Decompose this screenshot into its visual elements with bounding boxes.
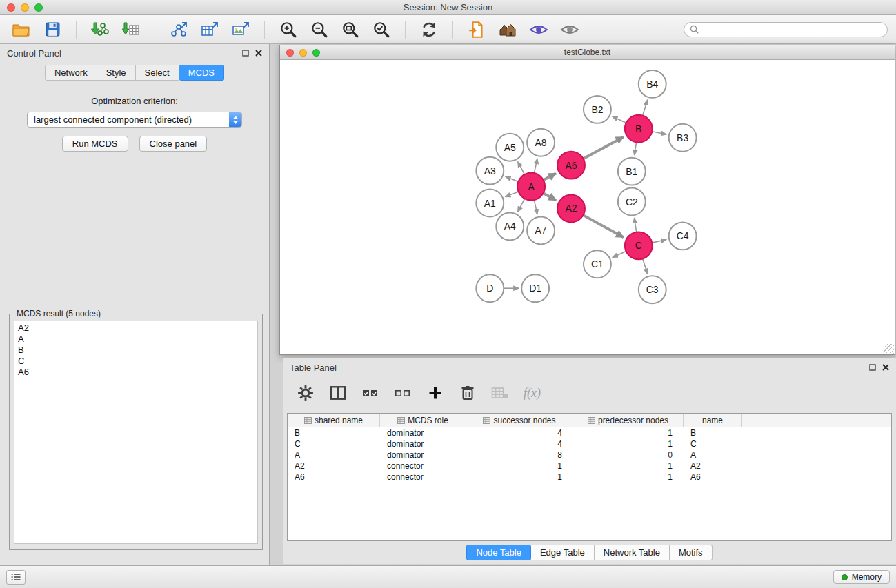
graph-node-B1[interactable]: B1 xyxy=(618,158,646,185)
cell-mcds-role[interactable]: dominator xyxy=(380,449,466,460)
close-panel-icon[interactable] xyxy=(255,50,262,57)
table-row[interactable]: C dominator 4 1 C xyxy=(288,438,891,449)
save-icon[interactable] xyxy=(42,19,63,40)
cell-name[interactable]: A6 xyxy=(684,472,742,483)
graph-node-A2[interactable]: A2 xyxy=(557,195,585,223)
close-table-panel-icon[interactable] xyxy=(882,364,889,371)
table-row[interactable]: B dominator 4 1 B xyxy=(288,427,891,438)
graph-edge-A-A3[interactable] xyxy=(506,176,519,181)
graph-node-D[interactable]: D xyxy=(476,274,504,302)
cell-mcds-role[interactable]: dominator xyxy=(380,427,466,438)
tab-motifs[interactable]: Motifs xyxy=(670,545,713,560)
network-graph[interactable]: AA1A2A3A4A5A6A7A8BB1B2B3B4CC1C2C3C4DD1 xyxy=(280,61,895,354)
graph-node-B2[interactable]: B2 xyxy=(584,96,611,123)
run-mcds-button[interactable]: Run MCDS xyxy=(62,136,128,152)
deselect-all-checkboxes-icon[interactable] xyxy=(394,384,412,402)
export-image-icon[interactable] xyxy=(230,19,251,40)
gear-icon[interactable] xyxy=(297,384,315,402)
graph-node-A1[interactable]: A1 xyxy=(476,190,504,217)
cell-predecessor-nodes[interactable]: 0 xyxy=(573,449,684,460)
close-window-icon[interactable] xyxy=(7,3,15,12)
cell-successor-nodes[interactable]: 4 xyxy=(466,438,573,449)
cell-name[interactable]: A2 xyxy=(684,460,742,472)
graph-edge-A-A5[interactable] xyxy=(518,162,525,174)
table-row[interactable]: A dominator 8 0 A xyxy=(288,449,891,460)
graph-node-A4[interactable]: A4 xyxy=(496,212,524,240)
graph-node-D1[interactable]: D1 xyxy=(521,274,549,302)
cell-successor-nodes[interactable]: 8 xyxy=(466,449,573,460)
cell-successor-nodes[interactable]: 1 xyxy=(466,460,573,472)
cell-predecessor-nodes[interactable]: 1 xyxy=(573,460,684,472)
resize-grip[interactable] xyxy=(884,344,894,354)
graph-edge-A-A2[interactable] xyxy=(544,193,557,200)
list-item[interactable]: A6 xyxy=(18,367,254,378)
cell-shared-name[interactable]: A xyxy=(288,449,380,460)
delete-column-icon[interactable] xyxy=(459,384,477,402)
cell-predecessor-nodes[interactable]: 1 xyxy=(573,427,684,438)
eye-icon[interactable] xyxy=(559,19,580,40)
graph-node-A3[interactable]: A3 xyxy=(476,157,504,185)
export-network-icon[interactable] xyxy=(168,19,189,40)
cell-shared-name[interactable]: C xyxy=(288,438,380,449)
graph-node-A6[interactable]: A6 xyxy=(557,152,585,179)
columns-icon[interactable] xyxy=(329,384,347,402)
graph-edge-C-C2[interactable] xyxy=(634,218,636,232)
graph-edge-A-A4[interactable] xyxy=(518,199,525,212)
graph-edge-A-A7[interactable] xyxy=(534,200,537,214)
graph-node-B[interactable]: B xyxy=(625,115,653,143)
float-panel-icon[interactable] xyxy=(242,50,249,57)
cell-mcds-role[interactable]: connector xyxy=(380,472,466,483)
graph-node-A8[interactable]: A8 xyxy=(527,129,555,156)
graph-edge-B-B3[interactable] xyxy=(652,132,666,134)
graph-node-A5[interactable]: A5 xyxy=(496,134,524,161)
optimization-select[interactable]: largest connected component (directed) xyxy=(27,112,242,128)
task-history-button[interactable] xyxy=(6,570,26,585)
list-item[interactable]: A xyxy=(18,334,254,345)
minimize-window-icon[interactable] xyxy=(21,3,29,12)
graph-node-C[interactable]: C xyxy=(625,232,653,259)
graph-edge-C-C1[interactable] xyxy=(613,252,626,258)
network-canvas[interactable]: AA1A2A3A4A5A6A7A8BB1B2B3B4CC1C2C3C4DD1 xyxy=(280,61,895,354)
table-row[interactable]: A6 connector 1 1 A6 xyxy=(288,472,891,483)
import-table-icon[interactable] xyxy=(121,19,141,40)
select-all-checkboxes-icon[interactable] xyxy=(361,384,379,402)
import-network-icon[interactable] xyxy=(90,19,110,40)
close-panel-button[interactable]: Close panel xyxy=(139,136,208,152)
tab-style[interactable]: Style xyxy=(97,65,136,81)
zoom-out-icon[interactable] xyxy=(309,19,330,40)
list-item[interactable]: C xyxy=(18,356,254,367)
tab-mcds[interactable]: MCDS xyxy=(179,65,224,81)
list-item[interactable]: B xyxy=(18,345,254,356)
tab-select[interactable]: Select xyxy=(136,65,179,81)
zoom-window-icon[interactable] xyxy=(34,3,43,12)
graph-edge-A-A6[interactable] xyxy=(544,173,556,180)
table-row[interactable]: A2 connector 1 1 A2 xyxy=(288,460,891,472)
cell-predecessor-nodes[interactable]: 1 xyxy=(573,438,684,449)
close-network-icon[interactable] xyxy=(286,49,294,57)
cell-successor-nodes[interactable]: 1 xyxy=(466,472,573,483)
graph-edge-B-B2[interactable] xyxy=(613,116,626,123)
cell-mcds-role[interactable]: connector xyxy=(380,460,466,472)
purple-eye-icon[interactable] xyxy=(528,19,549,40)
graph-edge-A-A8[interactable] xyxy=(534,159,537,173)
column-header-successor-nodes[interactable]: successor nodes xyxy=(466,414,573,427)
column-header-shared-name[interactable]: shared name xyxy=(288,414,380,427)
graph-node-C3[interactable]: C3 xyxy=(639,276,666,303)
graph-node-C4[interactable]: C4 xyxy=(669,222,697,250)
zoom-in-icon[interactable] xyxy=(278,19,299,40)
graph-node-A[interactable]: A xyxy=(517,173,545,201)
list-item[interactable]: A2 xyxy=(18,323,254,334)
zoom-network-icon[interactable] xyxy=(312,49,320,57)
graph-node-B4[interactable]: B4 xyxy=(639,70,666,98)
minimize-network-icon[interactable] xyxy=(299,49,307,57)
memory-button[interactable]: Memory xyxy=(833,570,890,584)
zoom-fit-icon[interactable] xyxy=(340,19,361,40)
cell-predecessor-nodes[interactable]: 1 xyxy=(573,472,684,483)
graph-edge-C-C3[interactable] xyxy=(643,258,648,274)
graph-edge-B-B1[interactable] xyxy=(635,142,637,155)
graph-node-C2[interactable]: C2 xyxy=(618,188,646,216)
cell-mcds-role[interactable]: dominator xyxy=(380,438,466,449)
homes-icon[interactable] xyxy=(497,19,518,40)
refresh-icon[interactable] xyxy=(419,19,439,40)
graph-edge-B-B4[interactable] xyxy=(643,100,648,116)
